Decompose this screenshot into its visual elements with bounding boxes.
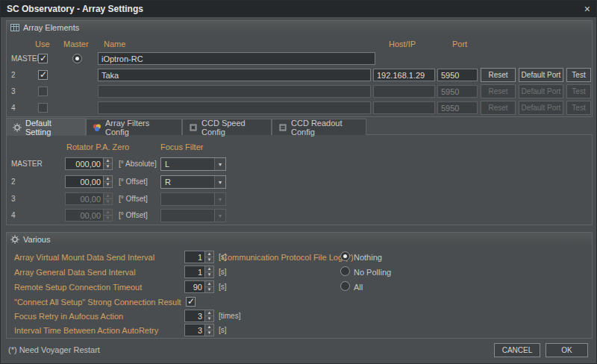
test-button-2[interactable]: Test <box>566 68 591 82</box>
autoretry-interval-value[interactable]: 3 <box>184 324 204 336</box>
tab-label: CCD Readout Config <box>291 119 360 136</box>
array-elements-title: Array Elements <box>23 23 79 32</box>
spin-down-icon[interactable]: ▼ <box>205 257 213 263</box>
spin-buttons[interactable]: ▲▼ <box>204 280 214 293</box>
row-label-3: 3 <box>11 87 16 95</box>
log-radio-nothing-label[interactable]: Nothing <box>354 253 382 262</box>
focus-filter-value: L <box>165 160 169 169</box>
spin-up-icon[interactable]: ▲ <box>205 251 213 257</box>
spin-down-icon[interactable]: ▼ <box>104 182 112 187</box>
ok-button[interactable]: OK <box>546 343 588 357</box>
col-header-use: Use <box>35 40 50 48</box>
rotator-value-4: 00,00 <box>65 209 103 222</box>
log-radio-nothing[interactable] <box>340 251 350 261</box>
host-input-2[interactable] <box>373 69 435 81</box>
log-radio-no-polling[interactable] <box>340 266 350 276</box>
chevron-down-icon[interactable]: ▼ <box>214 176 225 188</box>
spin-down-icon[interactable]: ▼ <box>205 287 213 292</box>
focus-retry-spinner[interactable]: 3 ▲▼ <box>184 310 214 322</box>
autoretry-interval-unit: [s] <box>219 326 227 334</box>
chevron-down-icon: ▼ <box>214 193 225 205</box>
field-label-strong-connection: "Connect All Setup" Strong Connection Re… <box>14 298 181 307</box>
rotator-value-master[interactable]: 000,00 <box>65 157 103 170</box>
use-checkbox-4[interactable] <box>38 103 48 113</box>
general-data-interval-spinner[interactable]: 1 ▲▼ <box>184 266 214 278</box>
host-input-4 <box>373 101 435 114</box>
col-header-name: Name <box>104 40 125 48</box>
name-input-2[interactable] <box>98 69 371 81</box>
spin-up-icon: ▲ <box>104 193 112 199</box>
spin-down-icon[interactable]: ▼ <box>205 316 213 321</box>
host-input-3 <box>373 85 435 98</box>
rotator-row-label-master: MASTER <box>11 160 43 168</box>
array-elements-group: Array Elements Use Master Name Host/IP P… <box>6 20 593 117</box>
general-data-interval-unit: [s] <box>219 268 227 276</box>
grid-icon <box>10 23 19 32</box>
log-radio-no-polling-label[interactable]: No Polling <box>354 268 391 277</box>
virtual-mount-interval-value[interactable]: 1 <box>184 251 204 263</box>
spin-up-icon[interactable]: ▲ <box>205 266 213 272</box>
use-checkbox-3[interactable] <box>38 87 48 96</box>
rotator-value-2[interactable]: 00,00 <box>65 175 103 188</box>
focus-filter-value: R <box>165 178 171 186</box>
rotator-spinner-4: 00,00 ▲▼ <box>65 209 113 222</box>
spin-up-icon[interactable]: ▲ <box>205 324 213 330</box>
remote-timeout-value[interactable]: 90 <box>184 280 204 293</box>
spin-buttons[interactable]: ▲▼ <box>204 310 214 322</box>
general-data-interval-value[interactable]: 1 <box>184 266 204 278</box>
spin-buttons: ▲▼ <box>103 209 113 222</box>
cancel-button[interactable]: CANCEL <box>494 343 540 357</box>
spin-up-icon[interactable]: ▲ <box>205 310 213 316</box>
col-header-rotator: Rotator P.A. Zero <box>66 142 129 151</box>
chevron-down-icon[interactable]: ▼ <box>214 158 225 170</box>
remote-timeout-spinner[interactable]: 90 ▲▼ <box>184 280 214 293</box>
spin-buttons[interactable]: ▲▼ <box>204 251 214 263</box>
rotator-unit-master: [° Absolute] <box>119 160 157 168</box>
spin-down-icon[interactable]: ▼ <box>205 330 213 336</box>
autoretry-interval-spinner[interactable]: 3 ▲▼ <box>184 324 214 336</box>
strong-connection-checkbox[interactable] <box>186 297 196 307</box>
use-checkbox-master[interactable] <box>38 54 48 63</box>
focus-retry-value[interactable]: 3 <box>184 310 204 322</box>
spin-up-icon[interactable]: ▲ <box>104 176 112 182</box>
rotator-spinner-2[interactable]: 00,00 ▲▼ <box>65 175 113 188</box>
spin-down-icon: ▼ <box>104 199 112 204</box>
reset-button-2[interactable]: Reset <box>481 68 516 82</box>
name-input-master[interactable] <box>98 52 375 65</box>
spin-up-icon[interactable]: ▲ <box>104 158 112 164</box>
various-group: Various Array Virtual Mount Data Send In… <box>6 232 593 339</box>
window-title: SC Observatory - Array Settings <box>7 4 143 14</box>
close-icon[interactable]: × <box>584 3 590 15</box>
tab-label: Default Setting <box>25 119 79 136</box>
spin-buttons[interactable]: ▲▼ <box>103 157 113 170</box>
focus-filter-dropdown-master[interactable]: L ▼ <box>160 157 226 171</box>
spin-buttons[interactable]: ▲▼ <box>204 266 214 278</box>
rotator-unit-4: [° Offset] <box>119 211 148 219</box>
virtual-mount-interval-spinner[interactable]: 1 ▲▼ <box>184 251 214 263</box>
tab-array-filters-config[interactable]: Array Filters Config <box>86 119 182 135</box>
spin-down-icon: ▼ <box>104 216 112 221</box>
array-elements-header: Array Elements <box>7 21 592 34</box>
log-radio-all[interactable] <box>340 281 350 291</box>
field-label-virtual-mount-interval: Array Virtual Mount Data Send Interval <box>14 253 154 262</box>
rotator-spinner-3: 00,00 ▲▼ <box>65 192 113 205</box>
tab-ccd-speed-config[interactable]: CCD Speed Config <box>182 119 272 135</box>
rotator-row-label-3: 3 <box>11 195 16 203</box>
title-bar[interactable]: SC Observatory - Array Settings × <box>1 1 596 17</box>
spin-buttons[interactable]: ▲▼ <box>204 324 214 336</box>
default-port-button-2[interactable]: Default Port <box>519 68 563 82</box>
focus-filter-dropdown-2[interactable]: R ▼ <box>160 175 226 189</box>
spin-down-icon[interactable]: ▼ <box>205 272 213 277</box>
port-input-2[interactable] <box>437 69 478 81</box>
use-checkbox-2[interactable] <box>38 70 48 80</box>
spin-up-icon[interactable]: ▲ <box>205 281 213 287</box>
field-label-autoretry-interval: Interval Time Between Action AutoRetry <box>14 326 158 335</box>
master-radio[interactable] <box>72 54 82 63</box>
rotator-spinner-master[interactable]: 000,00 ▲▼ <box>65 157 113 170</box>
spin-down-icon[interactable]: ▼ <box>104 164 112 169</box>
tab-default-setting[interactable]: Default Setting <box>6 118 86 136</box>
focus-retry-unit: [times] <box>219 312 240 320</box>
log-radio-all-label[interactable]: All <box>354 283 363 292</box>
tab-ccd-readout-config[interactable]: CCD Readout Config <box>272 119 366 135</box>
spin-buttons[interactable]: ▲▼ <box>103 175 113 188</box>
